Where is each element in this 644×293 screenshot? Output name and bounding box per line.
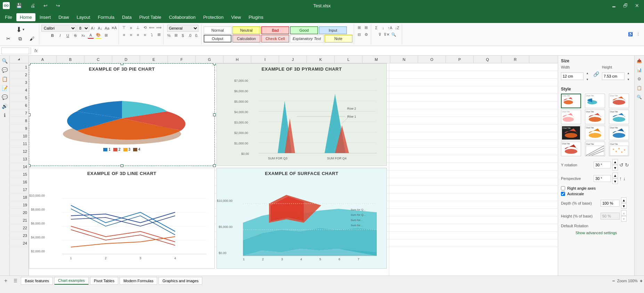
sheet-list-button[interactable]: ☰ xyxy=(11,277,20,285)
sidebar-search-icon[interactable]: 🔍 xyxy=(1,57,9,65)
sidebar-paste-special-icon[interactable]: 📝 xyxy=(1,84,9,92)
style-thumb-5[interactable]: Chart Title xyxy=(585,110,605,124)
col-header-R[interactable]: R xyxy=(502,56,529,63)
menu-file[interactable]: File xyxy=(1,13,16,21)
bold-button[interactable]: B xyxy=(49,32,56,39)
menu-home[interactable]: Home xyxy=(16,13,35,21)
link-dimensions-icon[interactable]: 🔗 xyxy=(593,71,599,77)
resize-handle-tr[interactable] xyxy=(213,63,216,65)
row-19[interactable]: 19 xyxy=(10,201,28,209)
line-chart-container[interactable]: EXAMPLE OF 3D LINE CHART $2,000.00 $4,00… xyxy=(29,168,215,269)
app-logo[interactable]: OO xyxy=(3,2,10,9)
text-orient-button[interactable]: ⟲ xyxy=(142,25,148,31)
menu-protection[interactable]: Protection xyxy=(200,13,227,21)
insert-table-button[interactable]: ⊞ xyxy=(363,25,369,31)
col-header-N[interactable]: N xyxy=(390,56,418,63)
align-center-button[interactable]: ≡ xyxy=(128,32,134,38)
col-header-G[interactable]: G xyxy=(196,56,223,63)
align-right-button[interactable]: ≡ xyxy=(135,32,141,38)
restore-button[interactable]: 🗗 xyxy=(621,2,630,9)
decrease-indent-button[interactable]: ⟸ xyxy=(149,25,155,31)
row-20[interactable]: 20 xyxy=(10,209,28,216)
height-down-btn[interactable]: ▼ xyxy=(625,76,631,82)
italic-button[interactable]: I xyxy=(57,32,63,39)
col-header-H[interactable]: H xyxy=(223,56,251,63)
style-thumb-3[interactable]: Chart Title xyxy=(609,94,629,108)
col-header-K[interactable]: K xyxy=(307,56,335,63)
decrease-decimal-button[interactable]: .0 xyxy=(187,32,193,39)
style-note[interactable]: Note xyxy=(325,35,352,42)
resize-handle-tm[interactable] xyxy=(121,63,123,65)
row-14[interactable]: 14 xyxy=(10,163,28,171)
row-2[interactable]: 2 xyxy=(10,71,28,79)
perspective-down-btn[interactable]: ▼ xyxy=(612,179,618,184)
row-16[interactable]: 16 xyxy=(10,178,28,186)
menu-draw[interactable]: Draw xyxy=(55,13,72,21)
style-good[interactable]: Good xyxy=(290,26,318,34)
col-header-P[interactable]: P xyxy=(446,56,474,63)
add-sheet-button[interactable]: + xyxy=(1,277,10,285)
menu-plugins[interactable]: Plugins xyxy=(245,13,267,21)
zoom-in-button[interactable]: + xyxy=(640,278,643,284)
sum-button[interactable]: Σ xyxy=(373,25,380,31)
format-painter-button[interactable]: 🖌 xyxy=(26,35,38,42)
row-15[interactable]: 15 xyxy=(10,171,28,178)
cut-button[interactable]: ✂ xyxy=(3,35,14,42)
sheet-tab-basic-features[interactable]: Basic features xyxy=(21,277,53,285)
right-edge-icon-5[interactable]: 🔍 xyxy=(636,93,643,101)
sort-desc-button[interactable]: ↓Z xyxy=(394,25,400,31)
width-up-btn[interactable]: ▲ xyxy=(584,70,590,76)
subscript-button[interactable]: x₂ xyxy=(80,32,86,39)
style-thumb-6[interactable]: Chart Title xyxy=(609,110,629,124)
minimize-button[interactable]: 🗕 xyxy=(609,2,618,9)
more-button[interactable]: ⋮ xyxy=(635,31,641,38)
borders-button[interactable]: ⊞ xyxy=(103,32,109,39)
style-thumb-4[interactable]: Chart Title xyxy=(561,110,581,124)
accessibility-button[interactable]: ♿ xyxy=(627,31,634,38)
row-22[interactable]: 22 xyxy=(10,224,28,232)
number-format-select[interactable]: General xyxy=(167,25,198,32)
format-button[interactable]: ⚙ xyxy=(363,32,369,38)
row-13[interactable]: 13 xyxy=(10,155,28,163)
menu-data[interactable]: Data xyxy=(119,13,135,21)
width-down-btn[interactable]: ▼ xyxy=(584,76,590,82)
style-normal[interactable]: Normal xyxy=(204,26,231,34)
style-thumb-7[interactable]: Chart Title xyxy=(561,126,581,140)
height-input[interactable] xyxy=(602,72,625,80)
menu-collaboration[interactable]: Collaboration xyxy=(165,13,199,21)
style-thumb-9[interactable]: Chart Title xyxy=(609,126,629,140)
surface-chart-container[interactable]: EXAMPLE OF SURFACE CHART $0.00 $5,000.00… xyxy=(217,168,387,269)
y-rotation-down-btn[interactable]: ▼ xyxy=(612,165,618,171)
col-header-A[interactable]: A xyxy=(29,56,57,63)
font-color-button[interactable]: A xyxy=(88,32,94,39)
style-calculation[interactable]: Calculation xyxy=(233,35,260,42)
style-thumb-12[interactable]: Chart Title xyxy=(609,142,629,156)
col-header-J[interactable]: J xyxy=(279,56,307,63)
style-thumb-1[interactable]: Chart Title xyxy=(561,94,581,108)
clear-filter-button[interactable]: ⊽✕ xyxy=(384,32,390,38)
thousands-button[interactable]: ⊞ xyxy=(173,32,179,39)
zoom-out-button[interactable]: − xyxy=(612,278,615,284)
resize-handle-bm[interactable] xyxy=(121,164,123,167)
print-button[interactable]: 🖨 xyxy=(28,2,37,9)
depth-up-btn[interactable]: ▲ xyxy=(621,197,627,203)
right-edge-icon-2[interactable]: 📊 xyxy=(636,66,643,74)
right-edge-icon-4[interactable]: 📋 xyxy=(636,84,643,92)
align-top-button[interactable]: ⊤ xyxy=(121,25,127,31)
show-advanced-settings-link[interactable]: Show advanced settings xyxy=(561,231,631,235)
row-17[interactable]: 17 xyxy=(10,186,28,193)
font-name-select[interactable]: Calibri xyxy=(41,25,76,32)
style-check-cell[interactable]: Check Cell xyxy=(261,35,289,42)
font-decrease-button[interactable]: A↓ xyxy=(97,25,103,31)
row-5[interactable]: 5 xyxy=(10,94,28,102)
sheet-tab-modern-formulas[interactable]: Modern Formulas xyxy=(120,277,157,285)
depth-base-input[interactable] xyxy=(601,200,620,207)
row-8[interactable]: 8 xyxy=(10,117,28,125)
increase-decimal-button[interactable]: 0. xyxy=(194,32,200,39)
col-header-M[interactable]: M xyxy=(362,56,390,63)
style-explanatory[interactable]: Explanatory Text xyxy=(290,35,324,42)
y-rotation-input[interactable] xyxy=(594,161,611,168)
height-base-down-btn[interactable]: ▼ xyxy=(621,216,627,222)
autoscale-checkbox[interactable] xyxy=(561,192,565,196)
row-3[interactable]: 3 xyxy=(10,79,28,86)
